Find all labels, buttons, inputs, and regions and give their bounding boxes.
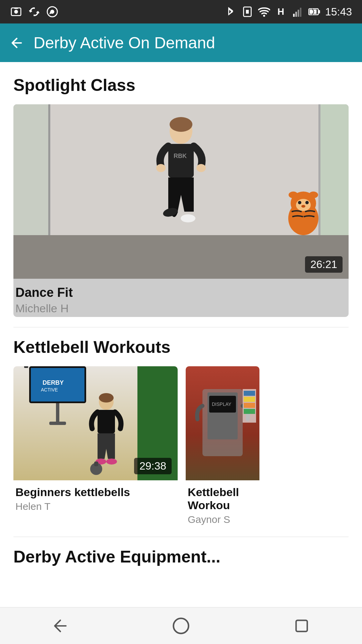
- svg-point-1: [14, 10, 18, 13]
- svg-point-28: [196, 164, 206, 172]
- kb-card-2[interactable]: DISPLAY Kettlebell Workou Gaynor S: [186, 366, 259, 527]
- kb-card-2-title: Kettlebell Workou: [188, 486, 257, 512]
- svg-rect-51: [244, 397, 255, 402]
- wifi-icon: [258, 6, 270, 18]
- main-content: Spotlight Class: [0, 62, 362, 617]
- kb-card-1-title: Beginners kettlebells: [15, 486, 176, 499]
- home-nav-button[interactable]: [169, 614, 193, 638]
- nav-bar: [0, 607, 362, 644]
- back-button[interactable]: [10, 36, 23, 50]
- spotlight-thumbnail: RBK 26:21: [13, 104, 349, 279]
- next-section-title: Derby Active Equipment...: [13, 547, 349, 567]
- photo-icon: [10, 6, 22, 18]
- svg-point-21: [305, 201, 309, 204]
- svg-text:DERBY: DERBY: [43, 379, 64, 386]
- kb-card-2-instructor: Gaynor S: [188, 514, 257, 525]
- back-nav-button[interactable]: [49, 614, 72, 638]
- svg-point-30: [181, 214, 195, 222]
- status-bar: H 15:43: [0, 0, 362, 23]
- svg-rect-25: [168, 144, 194, 177]
- recents-nav-button[interactable]: [290, 614, 313, 638]
- svg-point-42: [106, 459, 117, 465]
- kb-person-1: [79, 392, 133, 480]
- svg-rect-36: [49, 422, 66, 425]
- svg-rect-2: [14, 7, 18, 9]
- svg-rect-52: [244, 403, 255, 408]
- battery-icon: [308, 6, 320, 18]
- bluetooth-icon: [225, 6, 237, 18]
- kb-card-1[interactable]: DERBY ACTIVE: [13, 366, 178, 527]
- svg-rect-40: [98, 410, 115, 433]
- svg-rect-11: [319, 10, 320, 13]
- window-right: [318, 104, 349, 235]
- svg-point-5: [263, 15, 265, 17]
- spotlight-card-title: Dance Fit: [15, 285, 347, 300]
- svg-rect-9: [300, 8, 302, 17]
- plush-toy: [285, 188, 322, 235]
- section-divider-2: [13, 537, 349, 537]
- svg-point-17: [289, 192, 298, 198]
- kettlebell-section-title: Kettlebell Workouts: [13, 337, 349, 357]
- svg-text:ACTIVE: ACTIVE: [41, 387, 58, 392]
- kb-card-1-instructor: Helen T: [15, 501, 176, 512]
- svg-point-24: [170, 117, 192, 132]
- whatsapp-icon: [46, 6, 58, 18]
- window-left: [13, 104, 50, 235]
- app-bar: Derby Active On Demand: [0, 23, 362, 62]
- svg-text:RBK: RBK: [174, 153, 187, 159]
- section-divider-1: [13, 327, 349, 327]
- kb-card-1-thumbnail: DERBY ACTIVE: [13, 366, 178, 480]
- status-bar-right: H 15:43: [225, 6, 352, 18]
- status-bar-left: [10, 6, 58, 18]
- svg-rect-35: [56, 403, 59, 423]
- svg-point-54: [174, 618, 189, 633]
- svg-point-20: [298, 201, 301, 204]
- svg-rect-55: [296, 620, 307, 631]
- kettlebell-cards-row: DERBY ACTIVE: [13, 366, 349, 527]
- svg-rect-7: [295, 12, 297, 17]
- kb-card-1-info: Beginners kettlebells Helen T: [13, 480, 178, 514]
- h-signal-icon: H: [275, 6, 287, 18]
- spotlight-duration-badge: 26:21: [305, 256, 343, 273]
- kb-card-2-info: Kettlebell Workou Gaynor S: [186, 480, 259, 527]
- status-time: 15:43: [325, 6, 352, 18]
- signal-icon: [292, 6, 304, 18]
- gym-equipment: DISPLAY: [189, 389, 256, 478]
- svg-point-27: [156, 164, 166, 172]
- kb-card-1-duration: 29:38: [134, 458, 172, 474]
- svg-rect-53: [244, 409, 255, 414]
- svg-rect-50: [244, 391, 255, 396]
- person-figure: RBK: [144, 114, 218, 243]
- spotlight-card[interactable]: RBK 26:21 Da: [13, 104, 349, 317]
- sync-icon: [28, 6, 40, 18]
- svg-rect-37: [24, 366, 28, 368]
- spotlight-card-info: Dance Fit Michelle H: [13, 279, 349, 317]
- svg-point-22: [301, 205, 305, 208]
- svg-point-18: [309, 192, 318, 198]
- kb-card-2-thumbnail: DISPLAY: [186, 366, 259, 480]
- nfc-icon: [241, 6, 253, 18]
- svg-text:DISPLAY: DISPLAY: [212, 401, 232, 407]
- app-bar-title: Derby Active On Demand: [34, 34, 215, 52]
- spotlight-card-instructor: Michelle H: [15, 302, 347, 315]
- svg-rect-44: [94, 462, 98, 466]
- spotlight-section-title: Spotlight Class: [13, 75, 349, 95]
- svg-rect-6: [293, 14, 295, 17]
- svg-point-39: [99, 393, 114, 402]
- svg-rect-8: [298, 10, 299, 17]
